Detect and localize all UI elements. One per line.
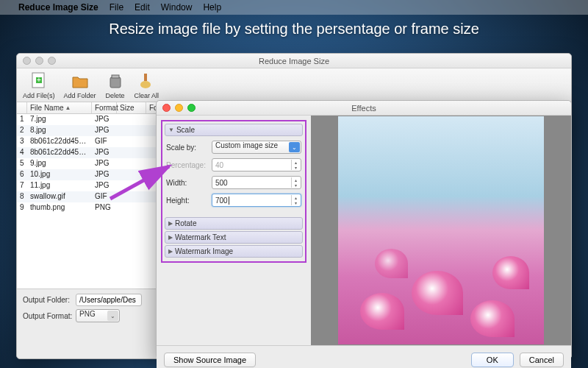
edit-menu[interactable]: Edit [135,2,150,13]
svg-text:+: + [37,76,41,84]
ok-button[interactable]: OK [471,353,514,367]
effects-sidebar: ▼Scale Scale by: Custom image size⌄ Perc… [157,116,311,345]
percentage-stepper: 40▴▾ [212,158,301,171]
width-stepper[interactable]: 500▴▾ [212,176,301,189]
col-filename[interactable]: File Name▲ [27,102,92,113]
svg-rect-5 [144,74,147,81]
close-icon[interactable] [23,57,31,65]
preview-area [311,116,571,345]
minimize-icon[interactable] [175,104,183,112]
clear-all-button[interactable]: Clear All [135,71,159,99]
add-folder-button[interactable]: Add Folder [64,71,96,99]
output-format-label: Output Format: [23,312,76,320]
main-titlebar[interactable]: Reduce Image Size [17,54,571,68]
svg-rect-3 [110,77,121,88]
add-folder-label: Add Folder [64,92,96,99]
menubar: Reduce Image Size File Edit Window Help [0,0,588,15]
effects-titlebar[interactable]: Effects [157,101,571,116]
add-file-icon: + [29,71,49,91]
cancel-button[interactable]: Cancel [520,353,564,367]
disclosure-right-icon: ▶ [168,220,173,227]
percentage-label: Percentage: [166,161,212,169]
chevron-down-icon: ⌄ [107,311,118,321]
add-folder-icon [70,71,90,91]
highlight-box: ▼Scale Scale by: Custom image size⌄ Perc… [161,120,306,263]
delete-label: Delete [106,92,125,99]
delete-icon [105,71,126,91]
clear-label: Clear All [135,92,159,99]
sort-indicator-icon: ▲ [65,105,71,111]
window-menu[interactable]: Window [161,2,193,13]
file-menu[interactable]: File [110,2,123,13]
svg-rect-4 [112,75,119,78]
height-label: Height: [166,197,212,205]
watermark-text-section-header[interactable]: ▶Watermark Text [165,231,303,244]
app-menu[interactable]: Reduce Image Size [18,2,98,13]
delete-button[interactable]: Delete [105,71,126,99]
scale-by-select[interactable]: Custom image size⌄ [212,141,301,154]
watermark-image-section-header[interactable]: ▶Watermark Image [165,245,303,258]
output-folder-label: Output Folder: [23,296,76,304]
effects-title: Effects [351,104,376,113]
disclosure-down-icon: ▼ [168,127,174,133]
zoom-icon[interactable] [187,104,196,112]
add-file-button[interactable]: +Add File(s) [23,71,55,99]
scale-by-label: Scale by: [166,144,212,152]
help-menu[interactable]: Help [203,2,221,13]
scale-section-header[interactable]: ▼Scale [165,124,303,136]
output-folder-field[interactable] [76,294,142,306]
disclosure-right-icon: ▶ [168,234,173,241]
width-label: Width: [166,179,212,187]
close-icon[interactable] [162,104,171,112]
col-format[interactable]: Format [92,102,117,113]
height-stepper[interactable]: 700▴▾ [212,194,301,207]
toolbar: +Add File(s) Add Folder Delete Clear All [17,68,571,102]
effects-footer: Show Source Image OK Cancel [157,345,571,368]
svg-point-6 [140,81,151,88]
minimize-icon[interactable] [35,57,43,65]
zoom-icon[interactable] [48,57,56,65]
show-source-button[interactable]: Show Source Image [164,353,256,367]
chevron-updown-icon: ⌄ [289,142,300,152]
banner-text: Resize image file by setting the persent… [0,15,588,43]
col-size[interactable]: Size [117,102,146,113]
preview-image [338,116,544,344]
output-format-select[interactable]: PNG⌄ [76,309,120,322]
main-title: Reduce Image Size [259,57,329,66]
rotate-section-header[interactable]: ▶Rotate [165,217,303,230]
clear-icon [136,71,157,91]
add-file-label: Add File(s) [23,92,55,99]
effects-window: Effects ▼Scale Scale by: Custom image si… [156,100,572,359]
disclosure-right-icon: ▶ [168,248,173,255]
col-num[interactable] [17,102,27,113]
